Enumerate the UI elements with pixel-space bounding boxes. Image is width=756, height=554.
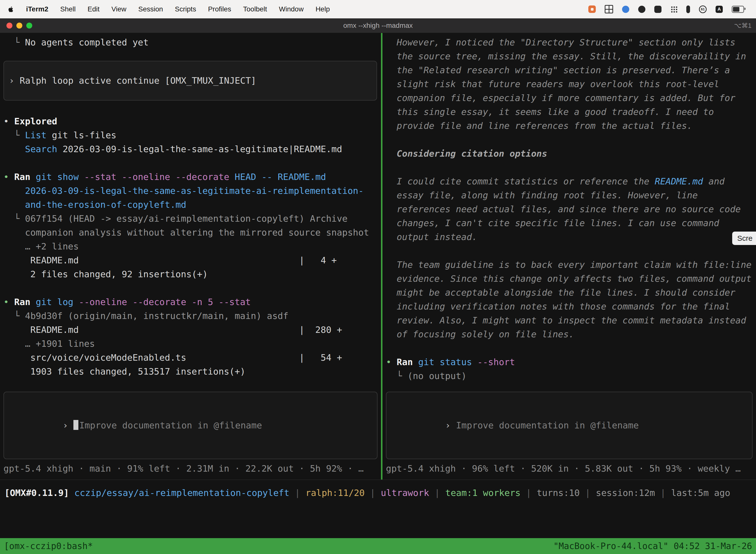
dots-grid-icon[interactable] — [671, 6, 677, 13]
terminal-line: output instead. — [386, 230, 753, 244]
terminal-line — [3, 156, 378, 170]
omx-status-area: [OMX#0.11.9] cczip/essay/ai-reimplementa… — [0, 480, 756, 538]
terminal-line: evidence. Since this change only affects… — [386, 272, 753, 286]
screen-recording-indicator[interactable] — [588, 5, 596, 13]
right-prompt-input[interactable]: ›Improve documentation in @filename — [386, 392, 753, 459]
apple-menu-icon[interactable] — [7, 5, 14, 13]
terminal-line: └ 067f154 (HEAD -> essay/ai-reimplementa… — [3, 212, 378, 226]
prompt-chevron-icon: › — [445, 420, 451, 430]
screen: iTerm2ShellEditViewSessionScriptsProfile… — [0, 0, 756, 554]
text-cursor — [73, 420, 78, 430]
left-pane-statusline: gpt-5.4 xhigh · main · 91% left · 2.31M … — [0, 462, 381, 476]
terminal-line — [386, 133, 753, 147]
terminal-line: 2026-03-09-is-legal-the-same-as-legitima… — [3, 184, 378, 198]
battery-icon[interactable] — [732, 6, 744, 13]
input-source-icon[interactable]: A — [715, 6, 723, 13]
terminal-line: the source tree, missing the essay. Stil… — [386, 49, 753, 63]
menu-window[interactable]: Window — [273, 5, 310, 13]
inject-banner: › Ralph loop active continue [OMX_TMUX_I… — [3, 61, 377, 101]
terminal-line: of focusing solely on file lines. — [386, 327, 753, 341]
omx-status-line: [OMX#0.11.9] cczip/essay/ai-reimplementa… — [4, 486, 752, 500]
terminal-line: 2 files changed, 92 insertions(+) — [3, 267, 378, 281]
terminal-line: README.md | 280 + — [3, 323, 378, 337]
close-button[interactable] — [6, 22, 12, 29]
window-title: omx --xhigh --madmax — [343, 21, 413, 30]
terminal-line: … +2 lines — [3, 239, 378, 254]
window-shortcut-badge: ⌥⌘1 — [734, 22, 752, 30]
terminal-line: └ (no output) — [386, 369, 753, 383]
dark-app-icon-1[interactable] — [638, 6, 645, 13]
gauge-icon[interactable]: 61 — [699, 5, 707, 13]
key-icon[interactable] — [686, 5, 690, 13]
zoom-button[interactable] — [26, 22, 32, 29]
prompt-chevron-icon: › — [63, 420, 68, 430]
terminal-line: I could cite commit statistics or refere… — [386, 174, 753, 188]
terminal-line: and-the-erosion-of-copyleft.md — [3, 198, 378, 212]
terminal-line — [3, 379, 378, 392]
traffic-lights — [6, 18, 32, 33]
menu-iterm2[interactable]: iTerm2 — [20, 5, 54, 13]
terminal-line — [386, 341, 753, 355]
terminal-line: might be acceptable alongside the file l… — [386, 286, 753, 299]
terminal-line: src/voice/voiceModeEnabled.ts | 54 + — [3, 351, 378, 365]
terminal-line — [386, 161, 753, 174]
menu-view[interactable]: View — [106, 5, 132, 13]
terminal-line: README.md | 4 + — [3, 254, 378, 267]
terminal-line: • Ran git status --short — [386, 355, 753, 369]
terminal-line: the "Related research writing" section i… — [386, 63, 753, 77]
terminal-line — [3, 281, 378, 295]
menu-profiles[interactable]: Profiles — [202, 5, 237, 13]
terminal-line: 1903 files changed, 513517 insertions(+) — [3, 365, 378, 379]
right-pane-lines: However, I noticed the "Directory Struct… — [382, 36, 756, 392]
tmux-status-bar: [omx-cczip0:bash* "MacBook-Pro-44.local"… — [0, 538, 756, 554]
menu-scripts[interactable]: Scripts — [169, 5, 202, 13]
minimize-button[interactable] — [16, 22, 22, 29]
terminal-line: essay file, along with finding root file… — [386, 188, 753, 202]
terminal-line — [386, 383, 753, 392]
menu-shell[interactable]: Shell — [54, 5, 82, 13]
menu-edit[interactable]: Edit — [82, 5, 106, 13]
menubar: iTerm2ShellEditViewSessionScriptsProfile… — [0, 0, 756, 18]
terminal-line: companion file, especially if more comme… — [386, 91, 753, 105]
terminal-line: └ No agents completed yet — [3, 36, 378, 49]
tmux-session-window[interactable]: [omx-cczip0:bash* — [4, 541, 93, 551]
terminal-line: • Explored — [3, 114, 378, 128]
terminal-line: references need actual files, and since … — [386, 202, 753, 216]
grid-icon[interactable] — [605, 5, 613, 13]
terminal-line: slight risk that future readers may over… — [386, 77, 753, 91]
terminal-line: However, I noticed the "Directory Struct… — [386, 36, 753, 49]
titlebar[interactable]: omx --xhigh --madmax ⌥⌘1 — [0, 18, 756, 33]
terminal-line: The team guideline is to back every impo… — [386, 258, 753, 272]
terminal-line: including verification notes with those … — [386, 299, 753, 314]
left-pane-lines: └ No agents completed yet› Ralph loop ac… — [0, 36, 381, 392]
menubar-status-icons: 61A — [588, 5, 749, 13]
right-pane[interactable]: However, I noticed the "Directory Struct… — [382, 33, 756, 480]
terminal-line: └ List git ls-files — [3, 128, 378, 142]
terminal-line: • Ran git show --stat --oneline --decora… — [3, 170, 378, 184]
terminal-line — [386, 244, 753, 258]
left-prompt-input[interactable]: ›Improve documentation in @filename — [3, 392, 378, 459]
panes-row: └ No agents completed yet› Ralph loop ac… — [0, 33, 756, 480]
right-pane-statusline: gpt-5.4 xhigh · 96% left · 520K in · 5.8… — [382, 462, 756, 476]
terminal-line: … +1901 lines — [3, 337, 378, 351]
menu-toolbelt[interactable]: Toolbelt — [237, 5, 273, 13]
left-pane[interactable]: └ No agents completed yet› Ralph loop ac… — [0, 33, 381, 480]
terminal: └ No agents completed yet› Ralph loop ac… — [0, 33, 756, 538]
tmux-host-time: "MacBook-Pro-44.local" 04:52 31-Mar-26 — [553, 541, 752, 551]
terminal-line: Search 2026-03-09-is-legal-the-same-as-l… — [3, 142, 378, 156]
prompt-placeholder: Improve documentation in @filename — [79, 420, 262, 430]
terminal-line: this single essay, it seems like a good … — [386, 105, 753, 119]
terminal-line: provide file and line references from th… — [386, 119, 753, 133]
terminal-line: changes, I can't cite specific file line… — [386, 216, 753, 230]
terminal-line: • Ran git log --oneline --decorate -n 5 … — [3, 295, 378, 309]
blue-app-icon[interactable] — [622, 6, 629, 13]
menubar-menus: iTerm2ShellEditViewSessionScriptsProfile… — [20, 5, 336, 13]
menu-help[interactable]: Help — [310, 5, 336, 13]
menu-session[interactable]: Session — [132, 5, 169, 13]
terminal-line: companion analysis without altering the … — [3, 226, 378, 239]
terminal-line: └ 4b9d30f (origin/main, instructkr/main,… — [3, 309, 378, 323]
prompt-placeholder: Improve documentation in @filename — [456, 420, 639, 430]
dark-app-icon-2[interactable] — [654, 6, 662, 13]
screen-overlay-chip[interactable]: Scre — [732, 232, 756, 245]
terminal-line: review. Also, I might want to inspect th… — [386, 314, 753, 327]
